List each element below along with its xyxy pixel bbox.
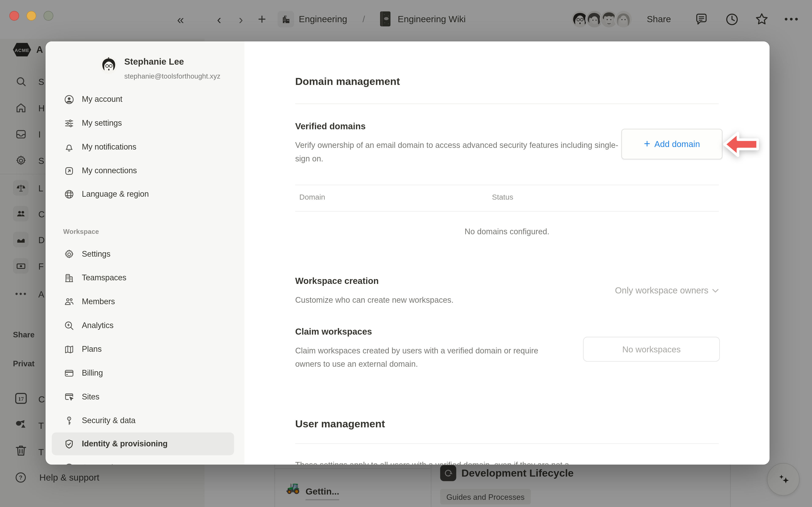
sidebar-item-members[interactable]: Members bbox=[52, 290, 234, 313]
buildings-icon bbox=[63, 272, 74, 283]
sidebar-item-my-account[interactable]: My account bbox=[52, 88, 234, 111]
sidebar-item-teamspaces[interactable]: Teamspaces bbox=[52, 266, 234, 289]
divider bbox=[295, 104, 719, 104]
sidebar-item-my-connections[interactable]: My connections bbox=[52, 159, 234, 182]
sidebar-item-billing[interactable]: Billing bbox=[52, 362, 234, 385]
workspace-creation-dropdown[interactable]: Only workspace owners bbox=[615, 286, 719, 296]
verified-domains-description: Verify ownership of an email domain to a… bbox=[295, 138, 619, 165]
credit-card-icon bbox=[63, 368, 74, 378]
sidebar-item-sites[interactable]: Sites bbox=[52, 385, 234, 408]
sidebar-item-connections-partial[interactable]: Connections bbox=[52, 456, 234, 464]
sidebar-item-language-region[interactable]: Language & region bbox=[52, 182, 234, 205]
user-management-clipped-text: These settings apply to all users with a… bbox=[295, 458, 719, 464]
page-title: Domain management bbox=[295, 76, 400, 88]
zoom-window-button[interactable] bbox=[44, 11, 53, 21]
circle-icon bbox=[63, 462, 74, 464]
workspace-section-label: Workspace bbox=[63, 228, 99, 235]
sidebar-item-my-notifications[interactable]: My notifications bbox=[52, 135, 234, 158]
people-icon bbox=[63, 296, 74, 307]
table-col-domain: Domain bbox=[299, 193, 325, 201]
globe-icon bbox=[63, 189, 74, 200]
sidebar-item-my-settings[interactable]: My settings bbox=[52, 112, 234, 134]
settings-dialog: Stephanie Lee stephanie@toolsforthought.… bbox=[46, 41, 770, 464]
user-avatar bbox=[99, 56, 118, 74]
divider bbox=[295, 443, 719, 444]
divider bbox=[295, 211, 719, 212]
table-empty-state: No domains configured. bbox=[295, 225, 719, 238]
table-col-status: Status bbox=[492, 193, 513, 201]
person-circle-icon bbox=[63, 94, 74, 105]
verified-domains-heading: Verified domains bbox=[295, 122, 366, 132]
chevron-down-icon bbox=[712, 288, 719, 293]
sidebar-item-identity-provisioning[interactable]: Identity & provisioning bbox=[52, 433, 234, 455]
minimize-window-button[interactable] bbox=[27, 11, 36, 21]
settings-sidebar: Stephanie Lee stephanie@toolsforthought.… bbox=[46, 41, 245, 464]
divider bbox=[295, 185, 719, 185]
sidebar-item-analytics[interactable]: Analytics bbox=[52, 314, 234, 337]
add-domain-button[interactable]: + Add domain bbox=[621, 129, 722, 159]
sidebar-item-plans[interactable]: Plans bbox=[52, 338, 234, 360]
no-workspaces-button[interactable]: No workspaces bbox=[583, 337, 720, 362]
workspace-creation-description: Customize who can create new workspaces. bbox=[295, 293, 585, 307]
magnifier-sparkle-icon bbox=[63, 320, 74, 331]
bell-icon bbox=[63, 142, 74, 152]
user-management-heading: User management bbox=[295, 418, 385, 430]
account-email: stephanie@toolsforthought.xyz bbox=[124, 72, 220, 80]
key-icon bbox=[63, 415, 74, 426]
gear-icon bbox=[63, 249, 74, 260]
account-name: Stephanie Lee bbox=[124, 57, 184, 67]
sidebar-item-security-data[interactable]: Security & data bbox=[52, 409, 234, 432]
plus-icon: + bbox=[644, 137, 650, 150]
workspace-creation-heading: Workspace creation bbox=[295, 276, 379, 287]
close-window-button[interactable] bbox=[9, 11, 19, 21]
app-window: « ‹ › + Engineering / bbox=[0, 0, 812, 507]
browser-cursor-icon bbox=[63, 391, 74, 402]
shield-check-icon bbox=[63, 439, 74, 449]
settings-content: Domain management Verified domains Verif… bbox=[245, 41, 769, 464]
claim-workspaces-description: Claim workspaces created by users with a… bbox=[295, 344, 557, 371]
claim-workspaces-heading: Claim workspaces bbox=[295, 327, 372, 337]
sliders-icon bbox=[63, 118, 74, 128]
map-icon bbox=[63, 344, 74, 354]
sidebar-item-settings[interactable]: Settings bbox=[52, 243, 234, 266]
annotation-arrow-left bbox=[722, 129, 760, 159]
arrow-up-right-box-icon bbox=[63, 165, 74, 176]
